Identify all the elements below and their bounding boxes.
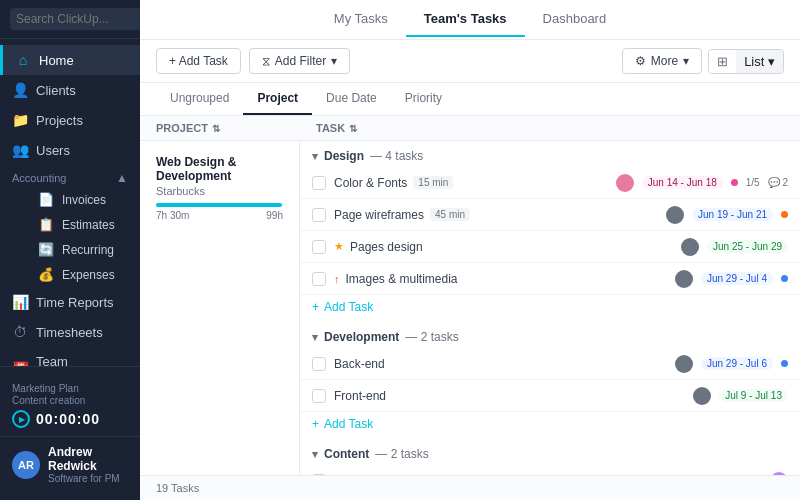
task-time: 15 min: [413, 176, 453, 189]
recurring-icon: 🔄: [38, 242, 54, 257]
task-row: ↑ Images & multimedia Jun 29 - Jul 4: [300, 263, 800, 295]
list-view-button[interactable]: List ▾: [736, 50, 783, 73]
group-header-content[interactable]: ▾ Content — 2 tasks: [300, 439, 800, 465]
expenses-icon: 💰: [38, 267, 54, 282]
task-checkbox[interactable]: [312, 357, 326, 371]
task-checkbox[interactable]: [312, 389, 326, 403]
time-reports-icon: 📊: [12, 294, 28, 310]
timer-play-button[interactable]: [12, 410, 30, 428]
filter-icon: ⧖: [262, 54, 270, 68]
user-profile[interactable]: AR Andrew Redwick Software for PM: [0, 436, 140, 492]
sidebar-label-home: Home: [39, 53, 74, 68]
task-checkbox[interactable]: [312, 272, 326, 286]
tab-priority[interactable]: Priority: [391, 83, 456, 115]
task-name: Back-end: [334, 357, 667, 371]
toggle-design-icon[interactable]: ▾: [312, 150, 318, 163]
project-header-label: PROJECT: [156, 122, 208, 134]
add-task-plus-icon: +: [312, 300, 319, 314]
timesheets-icon: ⏱: [12, 324, 28, 340]
sidebar-label-time-reports: Time Reports: [36, 295, 114, 310]
more-button[interactable]: ⚙ More ▾: [622, 48, 702, 74]
add-task-label: + Add Task: [169, 54, 228, 68]
tab-project[interactable]: Project: [243, 83, 312, 115]
task-sort-icon[interactable]: ⇅: [349, 123, 357, 134]
task-fraction: 1/5: [746, 177, 760, 188]
sidebar-bottom: Marketing Plan Content creation 00:00:00…: [0, 366, 140, 500]
accounting-submenu: 📄 Invoices 📋 Estimates 🔄 Recurring 💰 Exp…: [0, 187, 140, 287]
task-row: Front-end Jul 9 - Jul 13: [300, 380, 800, 412]
task-row: Page wireframes 45 min Jun 19 - Jun 21: [300, 199, 800, 231]
content-footer: 19 Tasks: [140, 475, 800, 500]
sidebar-item-team-scheduling[interactable]: 📅 Team Scheduling: [0, 347, 140, 366]
main-content: My Tasks Team's Tasks Dashboard + Add Ta…: [140, 0, 800, 500]
sidebar-item-invoices[interactable]: 📄 Invoices: [10, 187, 140, 212]
add-filter-button[interactable]: ⧖ Add Filter ▾: [249, 48, 350, 74]
toggle-content-icon[interactable]: ▾: [312, 448, 318, 461]
task-count-content: — 2 tasks: [375, 447, 428, 461]
task-name: Front-end: [334, 389, 685, 403]
avatar: AR: [12, 451, 40, 479]
gear-icon: ⚙: [635, 54, 646, 68]
project-name: Web Design & Development: [156, 155, 283, 183]
status-dot: [781, 275, 788, 282]
sidebar-item-estimates[interactable]: 📋 Estimates: [10, 212, 140, 237]
task-header-label: TASK: [316, 122, 345, 134]
tab-dashboard[interactable]: Dashboard: [525, 2, 625, 37]
sort-icon[interactable]: ⇅: [212, 123, 220, 134]
tab-due-date[interactable]: Due Date: [312, 83, 391, 115]
accounting-section[interactable]: Accounting ▲: [0, 165, 140, 187]
sidebar-label-clients: Clients: [36, 83, 76, 98]
project-cell: Web Design & Development Starbucks 7h 30…: [140, 141, 300, 475]
task-count-development: — 2 tasks: [405, 330, 458, 344]
group-name-design: Design: [324, 149, 364, 163]
sidebar-item-timesheets[interactable]: ⏱ Timesheets: [0, 317, 140, 347]
task-checkbox[interactable]: [312, 208, 326, 222]
task-row: Back-end Jun 29 - Jul 6: [300, 348, 800, 380]
task-date: Jun 29 - Jul 4: [701, 272, 773, 285]
priority-up-icon: ↑: [334, 273, 340, 285]
sidebar-item-users[interactable]: 👥 Users: [0, 135, 140, 165]
sidebar-label-users: Users: [36, 143, 70, 158]
task-row: Voice tone & style: [300, 465, 800, 475]
chevron-up-icon: ▲: [116, 171, 128, 185]
sidebar-item-projects[interactable]: 📁 Projects: [0, 105, 140, 135]
task-row: Color & Fonts 15 min Jun 14 - Jun 18 1/5…: [300, 167, 800, 199]
group-header-design[interactable]: ▾ Design — 4 tasks: [300, 141, 800, 167]
add-filter-label: Add Filter: [275, 54, 326, 68]
sidebar-label-team-scheduling: Team Scheduling: [36, 354, 128, 366]
task-name: Page wireframes 45 min: [334, 208, 658, 222]
table-header: PROJECT ⇅ TASK ⇅: [140, 116, 800, 141]
add-task-design[interactable]: + Add Task: [300, 295, 800, 322]
task-date: Jul 9 - Jul 13: [719, 389, 788, 402]
tab-teams-tasks[interactable]: Team's Tasks: [406, 2, 525, 37]
list-chevron-icon: ▾: [768, 54, 775, 69]
task-name: ↑ Images & multimedia: [334, 272, 667, 286]
sidebar-item-recurring[interactable]: 🔄 Recurring: [10, 237, 140, 262]
sidebar-item-clients[interactable]: 👤 Clients: [0, 75, 140, 105]
task-checkbox[interactable]: [312, 176, 326, 190]
sidebar-item-time-reports[interactable]: 📊 Time Reports: [0, 287, 140, 317]
grid-view-button[interactable]: ⊞: [709, 50, 736, 73]
task-avatar: [693, 387, 711, 405]
group-name-content: Content: [324, 447, 369, 461]
task-checkbox[interactable]: [312, 240, 326, 254]
sidebar-label-estimates: Estimates: [62, 218, 115, 232]
add-task-button[interactable]: + Add Task: [156, 48, 241, 74]
project-client: Starbucks: [156, 185, 283, 197]
user-initials: AR: [18, 459, 34, 471]
tab-ungrouped[interactable]: Ungrouped: [156, 83, 243, 115]
users-icon: 👥: [12, 142, 28, 158]
time-spent: 7h 30m: [156, 210, 189, 221]
toggle-development-icon[interactable]: ▾: [312, 331, 318, 344]
invoices-icon: 📄: [38, 192, 54, 207]
filter-chevron-icon: ▾: [331, 54, 337, 68]
search-bar[interactable]: 🔍: [0, 0, 140, 39]
project-section: Web Design & Development Starbucks 7h 30…: [140, 141, 800, 475]
sidebar-label-projects: Projects: [36, 113, 83, 128]
task-avatar: [675, 355, 693, 373]
tab-my-tasks[interactable]: My Tasks: [316, 2, 406, 37]
group-header-development[interactable]: ▾ Development — 2 tasks: [300, 322, 800, 348]
add-task-development[interactable]: + Add Task: [300, 412, 800, 439]
sidebar-item-expenses[interactable]: 💰 Expenses: [10, 262, 140, 287]
sidebar-item-home[interactable]: ⌂ Home: [0, 45, 140, 75]
